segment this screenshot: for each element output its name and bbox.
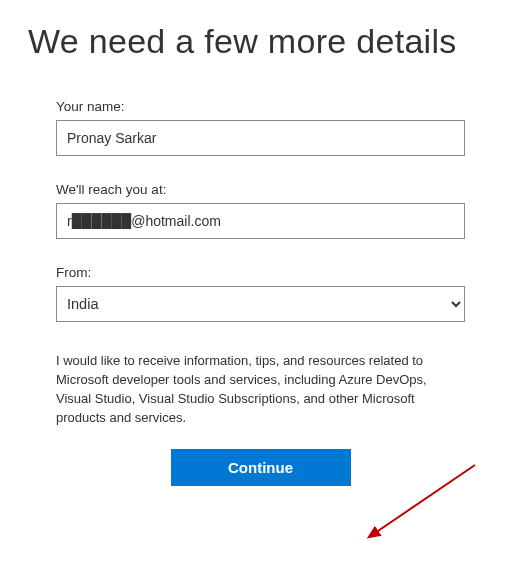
details-form: Your name: We'll reach you at: From: Ind… xyxy=(0,61,521,486)
consent-text: I would like to receive information, tip… xyxy=(56,352,465,427)
country-label: From: xyxy=(56,265,465,280)
email-input[interactable] xyxy=(56,203,465,239)
name-label: Your name: xyxy=(56,99,465,114)
country-select[interactable]: India xyxy=(56,286,465,322)
name-field-group: Your name: xyxy=(56,99,465,156)
email-field-group: We'll reach you at: xyxy=(56,182,465,239)
country-field-group: From: India xyxy=(56,265,465,322)
page-title: We need a few more details xyxy=(0,0,521,61)
email-label: We'll reach you at: xyxy=(56,182,465,197)
continue-button[interactable]: Continue xyxy=(171,449,351,486)
name-input[interactable] xyxy=(56,120,465,156)
